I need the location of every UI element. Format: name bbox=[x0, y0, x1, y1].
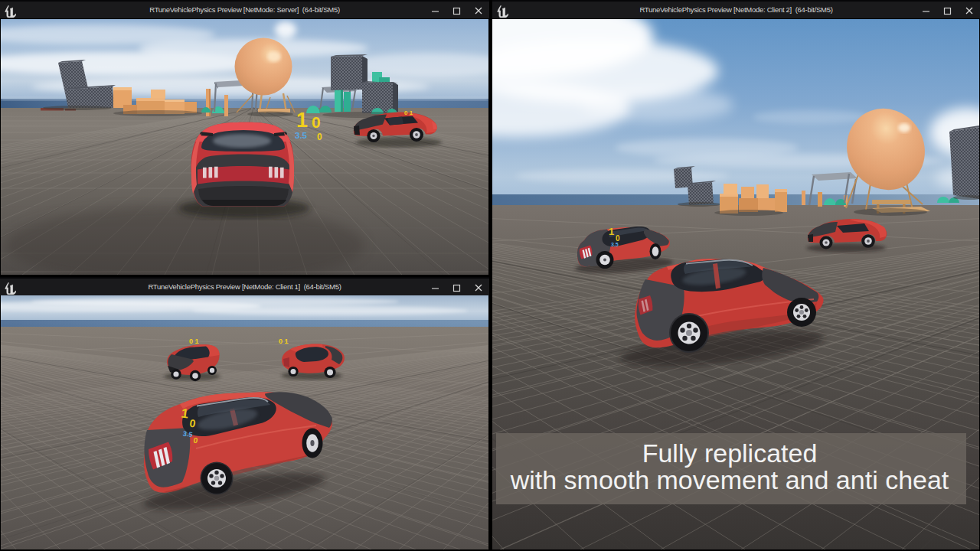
svg-text:3.5: 3.5 bbox=[182, 429, 193, 439]
svg-text:1: 1 bbox=[609, 226, 614, 237]
svg-text:3.5: 3.5 bbox=[295, 131, 308, 140]
svg-text:0 1: 0 1 bbox=[189, 337, 199, 345]
svg-text:Fully replicated: Fully replicated bbox=[642, 439, 818, 468]
svg-text:0 1: 0 1 bbox=[404, 109, 413, 116]
svg-text:0 1: 0 1 bbox=[279, 337, 289, 345]
svg-text:0: 0 bbox=[317, 132, 322, 142]
svg-text:3.5: 3.5 bbox=[611, 242, 619, 247]
svg-text:0: 0 bbox=[312, 113, 321, 131]
svg-text:with smooth movement and anti: with smooth movement and anti cheat bbox=[510, 465, 949, 494]
svg-text:1: 1 bbox=[296, 109, 308, 132]
